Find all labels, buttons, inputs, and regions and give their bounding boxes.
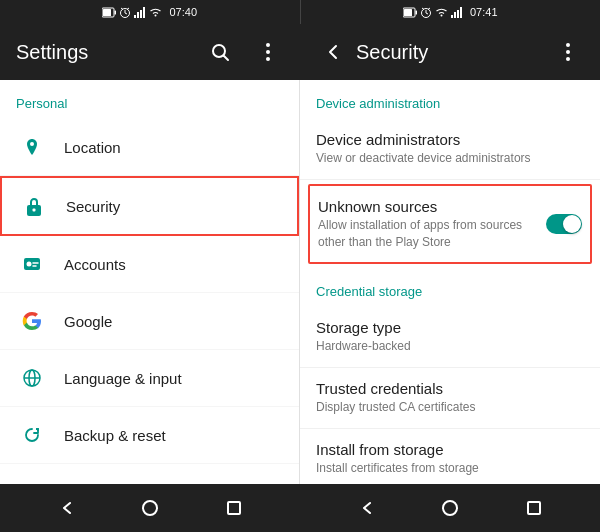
svg-rect-20	[451, 15, 453, 18]
google-icon	[16, 305, 48, 337]
backup-label: Backup & reset	[64, 427, 166, 444]
storage-type-subtitle: Hardware-backed	[316, 338, 584, 355]
security-item-trusted-credentials[interactable]: Trusted credentials Display trusted CA c…	[300, 368, 600, 429]
svg-line-19	[428, 8, 430, 10]
right-recents-nav-button[interactable]	[518, 492, 550, 524]
right-time: 07:41	[470, 6, 498, 18]
personal-section-header: Personal	[0, 80, 299, 119]
svg-rect-35	[24, 258, 40, 270]
svg-line-5	[125, 13, 127, 14]
google-label: Google	[64, 313, 112, 330]
security-title: Security	[356, 41, 544, 64]
device-admins-subtitle: View or deactivate device administrators	[316, 150, 584, 167]
settings-item-google[interactable]: Google	[0, 293, 299, 350]
left-back-nav-button[interactable]	[50, 492, 82, 524]
svg-point-29	[566, 43, 570, 47]
accounts-label: Accounts	[64, 256, 126, 273]
settings-more-button[interactable]	[252, 36, 284, 68]
security-item-install-from-storage[interactable]: Install from storage Install certificate…	[300, 429, 600, 484]
signal-icon-right	[451, 7, 463, 18]
alarm-icon-right	[420, 6, 432, 18]
signal-icon-left	[134, 7, 146, 18]
svg-point-40	[143, 501, 157, 515]
svg-rect-11	[143, 7, 145, 18]
location-icon	[16, 131, 48, 163]
settings-appbar: Settings	[0, 24, 300, 80]
security-item-device-admins[interactable]: Device administrators View or deactivate…	[300, 119, 600, 180]
svg-rect-22	[457, 10, 459, 18]
left-recents-nav-button[interactable]	[218, 492, 250, 524]
svg-rect-34	[33, 209, 36, 212]
unknown-sources-title: Unknown sources	[318, 198, 546, 215]
svg-point-26	[266, 43, 270, 47]
svg-rect-8	[134, 15, 136, 18]
svg-point-32	[30, 142, 34, 146]
left-status-bar: 07:40	[0, 0, 300, 24]
security-panel: Device administration Device administrat…	[300, 80, 600, 484]
wifi-icon-right	[435, 7, 448, 18]
credential-storage-header: Credential storage	[300, 268, 600, 307]
trusted-credentials-title: Trusted credentials	[316, 380, 584, 397]
settings-item-security[interactable]: Security	[0, 176, 299, 236]
language-icon	[16, 362, 48, 394]
security-appbar: Security	[300, 24, 600, 80]
svg-line-25	[224, 56, 229, 61]
svg-rect-43	[528, 502, 540, 514]
back-button[interactable]	[316, 36, 348, 68]
settings-list: Personal Location Security	[0, 80, 300, 484]
device-admins-title: Device administrators	[316, 131, 584, 148]
svg-rect-41	[228, 502, 240, 514]
right-home-nav-button[interactable]	[434, 492, 466, 524]
settings-item-backup[interactable]: Backup & reset	[0, 407, 299, 464]
unknown-sources-subtitle: Allow installation of apps from sources …	[318, 217, 546, 251]
backup-icon	[16, 419, 48, 451]
settings-search-button[interactable]	[204, 36, 236, 68]
battery-icon-left	[102, 7, 116, 18]
svg-rect-2	[103, 9, 111, 16]
right-status-bar: 07:41	[301, 0, 601, 24]
svg-rect-13	[415, 10, 417, 14]
left-nav-bar	[0, 484, 300, 532]
accounts-icon	[16, 248, 48, 280]
trusted-credentials-subtitle: Display trusted CA certificates	[316, 399, 584, 416]
left-home-nav-button[interactable]	[134, 492, 166, 524]
svg-rect-23	[460, 7, 462, 18]
svg-line-7	[127, 8, 129, 10]
svg-point-31	[566, 57, 570, 61]
right-nav-bar	[300, 484, 600, 532]
device-admin-header: Device administration	[300, 80, 600, 119]
lock-icon	[18, 190, 50, 222]
install-from-storage-subtitle: Install certificates from storage	[316, 460, 584, 477]
svg-point-27	[266, 50, 270, 54]
security-label: Security	[66, 198, 120, 215]
svg-rect-10	[140, 10, 142, 18]
settings-item-accounts[interactable]: Accounts	[0, 236, 299, 293]
security-more-button[interactable]	[552, 36, 584, 68]
svg-point-28	[266, 57, 270, 61]
storage-type-title: Storage type	[316, 319, 584, 336]
svg-point-30	[566, 50, 570, 54]
security-item-unknown-sources[interactable]: Unknown sources Allow installation of ap…	[308, 184, 592, 265]
svg-rect-1	[115, 10, 117, 14]
right-back-nav-button[interactable]	[350, 492, 382, 524]
settings-title: Settings	[16, 41, 188, 64]
settings-item-language[interactable]: Language & input	[0, 350, 299, 407]
svg-line-17	[426, 13, 428, 14]
language-label: Language & input	[64, 370, 182, 387]
toggle-knob	[563, 215, 581, 233]
settings-item-location[interactable]: Location	[0, 119, 299, 176]
install-from-storage-title: Install from storage	[316, 441, 584, 458]
battery-icon-right	[403, 7, 417, 18]
svg-point-36	[27, 262, 32, 267]
svg-rect-14	[404, 9, 412, 16]
unknown-sources-toggle[interactable]	[546, 214, 582, 234]
svg-rect-9	[137, 12, 139, 18]
alarm-icon-left	[119, 6, 131, 18]
wifi-icon-left	[149, 7, 162, 18]
svg-line-18	[422, 8, 424, 10]
security-item-storage-type[interactable]: Storage type Hardware-backed	[300, 307, 600, 368]
svg-point-42	[443, 501, 457, 515]
location-label: Location	[64, 139, 121, 156]
svg-line-6	[121, 8, 123, 10]
left-time: 07:40	[169, 6, 197, 18]
